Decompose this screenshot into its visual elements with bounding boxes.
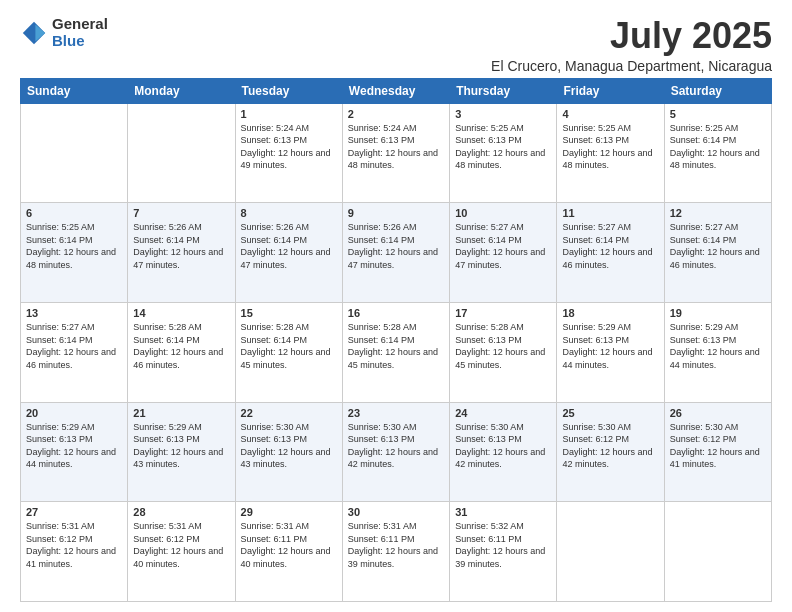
day-number: 20	[26, 407, 122, 419]
day-cell: 12Sunrise: 5:27 AM Sunset: 6:14 PM Dayli…	[664, 203, 771, 303]
day-cell: 26Sunrise: 5:30 AM Sunset: 6:12 PM Dayli…	[664, 402, 771, 502]
day-cell: 15Sunrise: 5:28 AM Sunset: 6:14 PM Dayli…	[235, 302, 342, 402]
day-number: 13	[26, 307, 122, 319]
title-section: July 2025 El Crucero, Managua Department…	[491, 16, 772, 74]
day-number: 12	[670, 207, 766, 219]
day-cell: 27Sunrise: 5:31 AM Sunset: 6:12 PM Dayli…	[21, 502, 128, 602]
day-info: Sunrise: 5:26 AM Sunset: 6:14 PM Dayligh…	[348, 221, 444, 271]
day-info: Sunrise: 5:26 AM Sunset: 6:14 PM Dayligh…	[133, 221, 229, 271]
day-cell: 16Sunrise: 5:28 AM Sunset: 6:14 PM Dayli…	[342, 302, 449, 402]
day-cell: 31Sunrise: 5:32 AM Sunset: 6:11 PM Dayli…	[450, 502, 557, 602]
calendar-table: Sunday Monday Tuesday Wednesday Thursday…	[20, 78, 772, 602]
logo: General Blue	[20, 16, 108, 49]
day-cell: 18Sunrise: 5:29 AM Sunset: 6:13 PM Dayli…	[557, 302, 664, 402]
day-info: Sunrise: 5:28 AM Sunset: 6:13 PM Dayligh…	[455, 321, 551, 371]
day-number: 17	[455, 307, 551, 319]
day-cell: 20Sunrise: 5:29 AM Sunset: 6:13 PM Dayli…	[21, 402, 128, 502]
day-number: 28	[133, 506, 229, 518]
day-number: 30	[348, 506, 444, 518]
day-cell	[21, 103, 128, 203]
col-monday: Monday	[128, 78, 235, 103]
day-info: Sunrise: 5:30 AM Sunset: 6:13 PM Dayligh…	[348, 421, 444, 471]
day-cell: 3Sunrise: 5:25 AM Sunset: 6:13 PM Daylig…	[450, 103, 557, 203]
day-number: 23	[348, 407, 444, 419]
day-info: Sunrise: 5:30 AM Sunset: 6:12 PM Dayligh…	[562, 421, 658, 471]
day-info: Sunrise: 5:27 AM Sunset: 6:14 PM Dayligh…	[455, 221, 551, 271]
day-cell: 14Sunrise: 5:28 AM Sunset: 6:14 PM Dayli…	[128, 302, 235, 402]
day-number: 26	[670, 407, 766, 419]
day-number: 18	[562, 307, 658, 319]
day-cell: 22Sunrise: 5:30 AM Sunset: 6:13 PM Dayli…	[235, 402, 342, 502]
day-cell: 7Sunrise: 5:26 AM Sunset: 6:14 PM Daylig…	[128, 203, 235, 303]
calendar-body: 1Sunrise: 5:24 AM Sunset: 6:13 PM Daylig…	[21, 103, 772, 601]
day-number: 27	[26, 506, 122, 518]
day-cell: 29Sunrise: 5:31 AM Sunset: 6:11 PM Dayli…	[235, 502, 342, 602]
calendar-subtitle: El Crucero, Managua Department, Nicaragu…	[491, 58, 772, 74]
top-section: General Blue July 2025 El Crucero, Manag…	[20, 16, 772, 74]
day-number: 24	[455, 407, 551, 419]
day-number: 5	[670, 108, 766, 120]
day-cell	[664, 502, 771, 602]
day-cell: 28Sunrise: 5:31 AM Sunset: 6:12 PM Dayli…	[128, 502, 235, 602]
day-number: 29	[241, 506, 337, 518]
day-cell: 8Sunrise: 5:26 AM Sunset: 6:14 PM Daylig…	[235, 203, 342, 303]
day-number: 22	[241, 407, 337, 419]
day-number: 14	[133, 307, 229, 319]
day-number: 2	[348, 108, 444, 120]
day-info: Sunrise: 5:32 AM Sunset: 6:11 PM Dayligh…	[455, 520, 551, 570]
day-number: 8	[241, 207, 337, 219]
col-sunday: Sunday	[21, 78, 128, 103]
day-info: Sunrise: 5:29 AM Sunset: 6:13 PM Dayligh…	[670, 321, 766, 371]
day-number: 21	[133, 407, 229, 419]
col-saturday: Saturday	[664, 78, 771, 103]
day-info: Sunrise: 5:30 AM Sunset: 6:13 PM Dayligh…	[241, 421, 337, 471]
day-info: Sunrise: 5:31 AM Sunset: 6:11 PM Dayligh…	[241, 520, 337, 570]
day-number: 3	[455, 108, 551, 120]
day-number: 10	[455, 207, 551, 219]
day-cell: 17Sunrise: 5:28 AM Sunset: 6:13 PM Dayli…	[450, 302, 557, 402]
day-info: Sunrise: 5:25 AM Sunset: 6:13 PM Dayligh…	[562, 122, 658, 172]
day-number: 25	[562, 407, 658, 419]
day-number: 6	[26, 207, 122, 219]
day-info: Sunrise: 5:27 AM Sunset: 6:14 PM Dayligh…	[562, 221, 658, 271]
day-number: 15	[241, 307, 337, 319]
day-cell: 6Sunrise: 5:25 AM Sunset: 6:14 PM Daylig…	[21, 203, 128, 303]
logo-icon	[20, 19, 48, 47]
day-cell: 5Sunrise: 5:25 AM Sunset: 6:14 PM Daylig…	[664, 103, 771, 203]
logo-general-text: General	[52, 16, 108, 33]
day-cell: 25Sunrise: 5:30 AM Sunset: 6:12 PM Dayli…	[557, 402, 664, 502]
day-info: Sunrise: 5:25 AM Sunset: 6:14 PM Dayligh…	[670, 122, 766, 172]
day-number: 11	[562, 207, 658, 219]
col-wednesday: Wednesday	[342, 78, 449, 103]
svg-marker-1	[35, 24, 45, 41]
day-cell: 30Sunrise: 5:31 AM Sunset: 6:11 PM Dayli…	[342, 502, 449, 602]
day-cell: 23Sunrise: 5:30 AM Sunset: 6:13 PM Dayli…	[342, 402, 449, 502]
week-row-1: 1Sunrise: 5:24 AM Sunset: 6:13 PM Daylig…	[21, 103, 772, 203]
day-info: Sunrise: 5:29 AM Sunset: 6:13 PM Dayligh…	[133, 421, 229, 471]
day-cell: 10Sunrise: 5:27 AM Sunset: 6:14 PM Dayli…	[450, 203, 557, 303]
day-number: 7	[133, 207, 229, 219]
day-info: Sunrise: 5:28 AM Sunset: 6:14 PM Dayligh…	[133, 321, 229, 371]
day-info: Sunrise: 5:31 AM Sunset: 6:11 PM Dayligh…	[348, 520, 444, 570]
day-info: Sunrise: 5:24 AM Sunset: 6:13 PM Dayligh…	[348, 122, 444, 172]
day-info: Sunrise: 5:30 AM Sunset: 6:12 PM Dayligh…	[670, 421, 766, 471]
day-info: Sunrise: 5:27 AM Sunset: 6:14 PM Dayligh…	[26, 321, 122, 371]
day-number: 1	[241, 108, 337, 120]
col-tuesday: Tuesday	[235, 78, 342, 103]
col-friday: Friday	[557, 78, 664, 103]
week-row-3: 13Sunrise: 5:27 AM Sunset: 6:14 PM Dayli…	[21, 302, 772, 402]
calendar-title: July 2025	[491, 16, 772, 56]
logo-text: General Blue	[52, 16, 108, 49]
day-info: Sunrise: 5:25 AM Sunset: 6:14 PM Dayligh…	[26, 221, 122, 271]
day-info: Sunrise: 5:26 AM Sunset: 6:14 PM Dayligh…	[241, 221, 337, 271]
day-number: 4	[562, 108, 658, 120]
day-cell	[557, 502, 664, 602]
day-cell: 21Sunrise: 5:29 AM Sunset: 6:13 PM Dayli…	[128, 402, 235, 502]
day-number: 16	[348, 307, 444, 319]
day-info: Sunrise: 5:29 AM Sunset: 6:13 PM Dayligh…	[26, 421, 122, 471]
day-cell: 13Sunrise: 5:27 AM Sunset: 6:14 PM Dayli…	[21, 302, 128, 402]
day-cell: 9Sunrise: 5:26 AM Sunset: 6:14 PM Daylig…	[342, 203, 449, 303]
day-cell: 19Sunrise: 5:29 AM Sunset: 6:13 PM Dayli…	[664, 302, 771, 402]
week-row-5: 27Sunrise: 5:31 AM Sunset: 6:12 PM Dayli…	[21, 502, 772, 602]
page: General Blue July 2025 El Crucero, Manag…	[0, 0, 792, 612]
